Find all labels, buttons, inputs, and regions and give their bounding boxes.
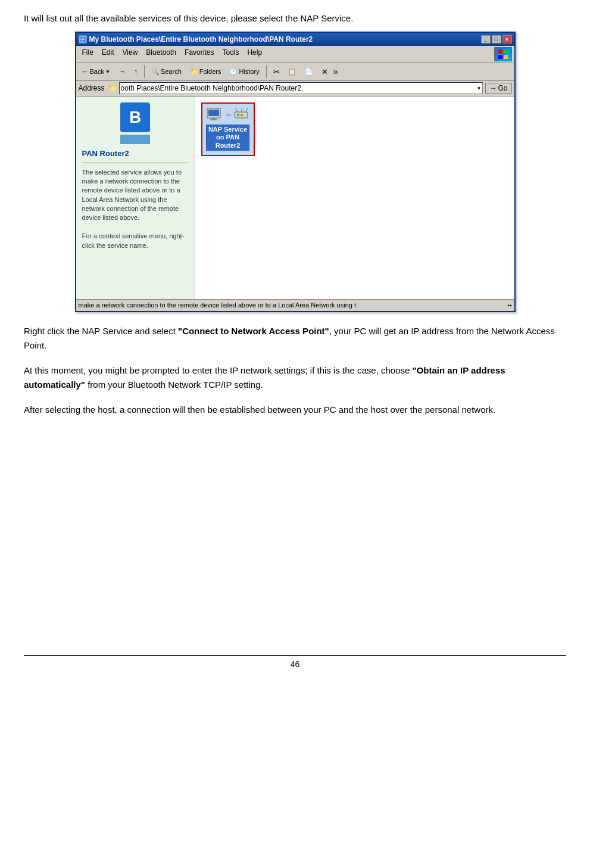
- svg-line-15: [236, 108, 238, 112]
- separator-2: [266, 65, 267, 78]
- address-label: Address: [79, 84, 105, 92]
- folders-button[interactable]: 📁 Folders: [187, 67, 224, 77]
- explorer-window: My Bluetooth Places\Entire Bluetooth Nei…: [75, 32, 516, 312]
- svg-rect-5: [504, 49, 508, 54]
- back-icon: ←: [82, 67, 89, 76]
- copy-icon: 📋: [288, 68, 296, 76]
- paste-button[interactable]: 📄: [302, 67, 316, 77]
- nap-service-label: NAP Serviceon PANRouter2: [206, 125, 249, 151]
- svg-point-13: [237, 114, 239, 116]
- svg-point-14: [241, 114, 243, 116]
- device-icon-base: [120, 135, 150, 144]
- device-icon-area: B: [82, 102, 189, 144]
- resize-grip: ▪▪: [507, 302, 511, 309]
- monitor-svg: [206, 107, 224, 122]
- nap-icon-graphic: [206, 107, 250, 122]
- svg-line-17: [246, 108, 248, 112]
- menu-help[interactable]: Help: [244, 47, 266, 61]
- back-label: Back: [90, 68, 104, 75]
- p1-bold: "Connect to Network Access Point": [178, 326, 329, 336]
- maximize-button[interactable]: □: [492, 35, 501, 43]
- svg-rect-7: [504, 55, 508, 59]
- left-panel-divider: [82, 163, 189, 163]
- history-icon: 🕐: [229, 68, 238, 76]
- menu-bar: File Edit View Bluetooth Favorites Tools…: [76, 46, 514, 63]
- delete-button[interactable]: ✕: [319, 66, 331, 77]
- up-icon: ↑: [134, 67, 138, 76]
- menu-file[interactable]: File: [79, 47, 97, 61]
- status-bar: make a network connection to the remote …: [76, 299, 514, 311]
- cut-button[interactable]: ✂: [270, 66, 283, 77]
- go-label: Go: [498, 84, 507, 92]
- footer-spacer: 46: [24, 655, 566, 669]
- delete-icon: ✕: [321, 67, 328, 76]
- paragraph-3: After selecting the host, a connection w…: [24, 403, 566, 417]
- cut-icon: ✂: [273, 67, 280, 76]
- go-icon: →: [489, 84, 497, 92]
- menu-edit[interactable]: Edit: [98, 47, 118, 61]
- device-name: PAN Router2: [82, 149, 189, 158]
- content-area: B PAN Router2 The selected service allow…: [76, 97, 514, 299]
- nap-service-icon[interactable]: NAP Serviceon PANRouter2: [201, 102, 255, 156]
- title-bar-text: My Bluetooth Places\Entire Bluetooth Nei…: [89, 35, 313, 43]
- close-button[interactable]: ×: [502, 35, 512, 43]
- search-icon: 🔍: [151, 68, 160, 76]
- toolbar: ← Back ▼ → ↑ 🔍 Search 📁 Folders 🕐 Histor…: [76, 63, 514, 81]
- go-button[interactable]: → Go: [485, 83, 511, 94]
- page-number: 46: [291, 659, 300, 669]
- paste-icon: 📄: [305, 68, 313, 76]
- history-button[interactable]: 🕐 History: [226, 67, 262, 77]
- address-folder-icon: 📁: [108, 84, 117, 92]
- right-panel: NAP Serviceon PANRouter2: [195, 97, 514, 299]
- search-label: Search: [161, 68, 182, 75]
- back-dropdown-icon: ▼: [105, 69, 110, 74]
- forward-button[interactable]: →: [115, 66, 129, 77]
- left-panel: B PAN Router2 The selected service allow…: [76, 97, 195, 299]
- bluetooth-icon: B: [120, 102, 150, 132]
- status-text: make a network connection to the remote …: [79, 301, 357, 309]
- windows-icon: [494, 47, 512, 61]
- page-footer: 46: [24, 655, 566, 669]
- paragraph-2: At this moment, you might be prompted to…: [24, 363, 566, 392]
- connection-lines: [226, 107, 231, 122]
- svg-rect-9: [208, 110, 219, 116]
- p1-prefix: Right click the NAP Service and select: [24, 326, 178, 336]
- history-label: History: [239, 68, 259, 75]
- title-bar-left: My Bluetooth Places\Entire Bluetooth Nei…: [79, 35, 313, 43]
- title-bar-icon: [79, 35, 87, 43]
- paragraph-1: Right click the NAP Service and select "…: [24, 324, 566, 353]
- svg-rect-11: [210, 119, 217, 120]
- up-button[interactable]: ↑: [131, 66, 141, 77]
- intro-text: It will list out all the available servi…: [24, 12, 566, 26]
- address-value: ooth Places\Entire Bluetooth Neighborhoo…: [121, 84, 301, 92]
- more-button[interactable]: »: [333, 67, 338, 76]
- back-button[interactable]: ← Back ▼: [79, 66, 113, 77]
- svg-rect-10: [212, 118, 216, 119]
- address-input[interactable]: ooth Places\Entire Bluetooth Neighborhoo…: [119, 82, 483, 94]
- separator-1: [144, 65, 145, 78]
- search-button[interactable]: 🔍 Search: [148, 67, 185, 77]
- router-svg: [233, 107, 250, 122]
- svg-rect-6: [498, 55, 502, 59]
- menu-tools[interactable]: Tools: [218, 47, 242, 61]
- forward-icon: →: [118, 67, 126, 76]
- title-bar: My Bluetooth Places\Entire Bluetooth Nei…: [76, 33, 514, 46]
- menu-favorites[interactable]: Favorites: [181, 47, 217, 61]
- address-bar: Address 📁 ooth Places\Entire Bluetooth N…: [76, 81, 514, 97]
- folders-icon: 📁: [190, 68, 198, 76]
- address-dropdown-icon[interactable]: ▼: [477, 86, 482, 91]
- minimize-button[interactable]: _: [481, 35, 491, 43]
- p2-prefix: At this moment, you might be prompted to…: [24, 365, 413, 375]
- left-panel-description: The selected service allows you to make …: [82, 168, 189, 251]
- title-bar-controls: _ □ ×: [481, 35, 512, 43]
- p3-text: After selecting the host, a connection w…: [24, 405, 495, 415]
- menu-view[interactable]: View: [119, 47, 142, 61]
- copy-button[interactable]: 📋: [285, 67, 299, 77]
- svg-rect-4: [498, 49, 502, 54]
- menu-bluetooth[interactable]: Bluetooth: [142, 47, 180, 61]
- folders-label: Folders: [199, 68, 221, 75]
- p2-suffix: from your Bluetooth Network TCP/IP setti…: [85, 379, 263, 390]
